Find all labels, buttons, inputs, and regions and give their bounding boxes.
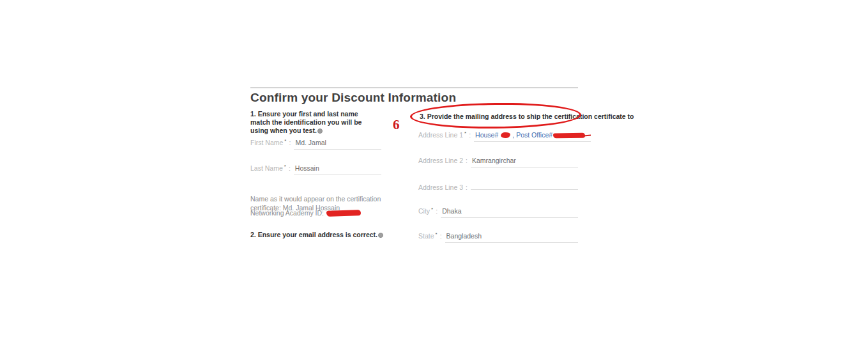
academy-id-line: Networking Academy ID: (250, 209, 361, 217)
city-field[interactable]: City * : Dhaka (418, 207, 578, 218)
city-label: City (418, 207, 430, 215)
label-separator: : (436, 207, 438, 215)
address-line3-label: Address Line 3 (418, 183, 463, 191)
last-name-field[interactable]: Last Name * : Hossain (250, 164, 381, 175)
help-icon[interactable] (317, 128, 323, 134)
annotation-ellipse (410, 102, 581, 130)
address-line2-input[interactable]: Kamrangirchar (471, 157, 578, 167)
address-line3-input[interactable] (471, 182, 578, 190)
redaction-strikethrough (584, 135, 591, 137)
address-line1-field[interactable]: Address Line 1 * : House#, Post Office# (418, 131, 578, 142)
required-asterisk: * (464, 130, 466, 136)
label-separator: : (289, 139, 291, 146)
last-name-label: Last Name (250, 164, 283, 172)
help-icon[interactable] (378, 233, 383, 238)
label-separator: : (440, 232, 442, 240)
section2-heading-text: 2. Ensure your email address is correct. (250, 231, 377, 238)
address-line1-input[interactable]: House#, Post Office# (474, 131, 591, 142)
redaction-scribble (501, 132, 510, 139)
top-divider (250, 88, 578, 88)
address-line2-label: Address Line 2 (418, 157, 463, 164)
first-name-field[interactable]: First Name * : Md. Jamal (250, 139, 381, 150)
state-input[interactable]: Bangladesh (445, 232, 578, 243)
label-separator: : (466, 183, 468, 191)
address-line1-text-part2: , Post Office# (512, 131, 552, 139)
first-name-input[interactable]: Md. Jamal (294, 139, 381, 150)
last-name-input[interactable]: Hossain (294, 164, 381, 175)
city-input[interactable]: Dhaka (441, 207, 578, 218)
label-separator: : (469, 131, 471, 139)
label-separator: : (289, 164, 291, 172)
required-asterisk: * (284, 138, 286, 144)
required-asterisk: * (431, 206, 433, 212)
state-label: State (418, 232, 434, 240)
first-name-label: First Name (250, 139, 283, 146)
state-field[interactable]: State * : Bangladesh (418, 232, 578, 243)
address-line3-field[interactable]: Address Line 3 : (418, 182, 578, 191)
required-asterisk: * (436, 231, 438, 237)
label-separator: : (466, 157, 468, 164)
redaction-scribble (326, 210, 361, 217)
section1-heading-text: 1. Ensure your first and last name match… (250, 110, 362, 134)
section1-heading: 1. Ensure your first and last name match… (250, 110, 368, 134)
academy-id-label: Networking Academy ID: (250, 209, 324, 217)
annotation-step-number: 6 (393, 117, 400, 133)
page-title: Confirm your Discount Information (250, 91, 456, 105)
required-asterisk: * (284, 164, 286, 169)
address-line1-text-part1: House# (475, 131, 498, 139)
address-line1-label: Address Line 1 (418, 131, 463, 139)
address-line2-field[interactable]: Address Line 2 : Kamrangirchar (418, 157, 578, 167)
section2-heading: 2. Ensure your email address is correct. (250, 231, 383, 239)
redaction-scribble (553, 133, 585, 139)
